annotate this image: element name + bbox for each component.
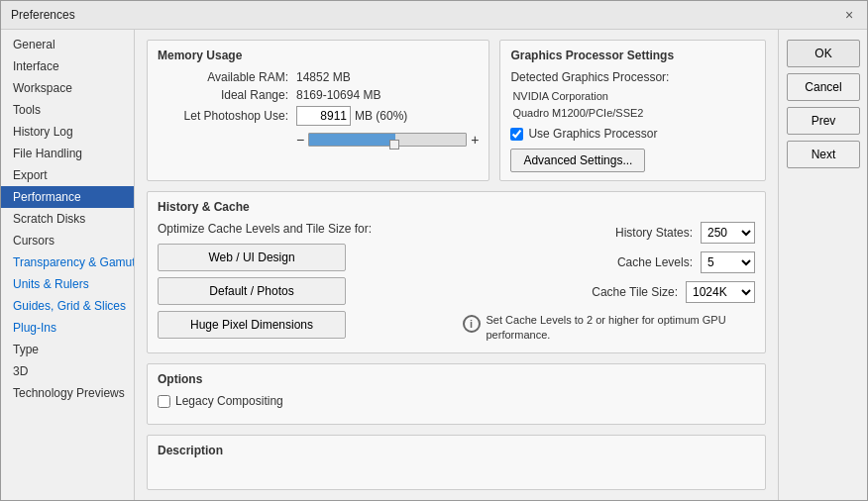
photoshop-use-input[interactable]: [296, 106, 351, 126]
gpu-name: NVIDIA Corporation Quadro M1200/PCIe/SSE…: [510, 88, 755, 121]
history-cache-title: History & Cache: [158, 200, 755, 214]
sidebar-item-guides-grid-slices[interactable]: Guides, Grid & Slices: [1, 295, 134, 317]
use-gpu-checkbox[interactable]: [510, 128, 523, 141]
next-button[interactable]: Next: [787, 141, 860, 168]
memory-slider-row: − +: [296, 132, 479, 148]
options-section: Options Legacy Compositing: [147, 363, 766, 425]
let-photoshop-row: Let Photoshop Use: MB (60%): [158, 106, 479, 126]
ok-button[interactable]: OK: [787, 40, 860, 67]
cache-levels-row: Cache Levels: 5 2 4 8: [463, 251, 756, 273]
preferences-dialog: Preferences × General Interface Workspac…: [0, 0, 868, 501]
use-gpu-label[interactable]: Use Graphics Processor: [528, 127, 657, 141]
cache-tile-label: Cache Tile Size:: [579, 285, 678, 299]
advanced-settings-button[interactable]: Advanced Settings...: [510, 149, 645, 172]
info-icon: i: [463, 315, 481, 333]
history-states-row: History States: 250 100 50 20: [463, 222, 756, 244]
web-ui-design-button[interactable]: Web / UI Design: [158, 244, 346, 271]
available-ram-value: 14852 MB: [296, 70, 351, 84]
top-row: Memory Usage Available RAM: 14852 MB Ide…: [147, 40, 766, 181]
dialog-title: Preferences: [11, 8, 75, 22]
sidebar-item-workspace[interactable]: Workspace: [1, 77, 134, 99]
main-content: Memory Usage Available RAM: 14852 MB Ide…: [135, 30, 778, 500]
ideal-range-row: Ideal Range: 8169-10694 MB: [158, 88, 479, 102]
hc-right: History States: 250 100 50 20 Cache Leve…: [463, 222, 756, 345]
description-title: Description: [158, 444, 755, 457]
available-ram-label: Available RAM:: [158, 70, 296, 84]
dialog-body: General Interface Workspace Tools Histor…: [1, 30, 867, 500]
sidebar-item-type[interactable]: Type: [1, 339, 134, 360]
huge-pixel-button[interactable]: Huge Pixel Dimensions: [158, 311, 346, 339]
available-ram-row: Available RAM: 14852 MB: [158, 70, 479, 84]
sidebar-item-file-handling[interactable]: File Handling: [1, 143, 134, 164]
graphics-section: Graphics Processor Settings Detected Gra…: [499, 40, 766, 181]
cache-levels-select[interactable]: 5 2 4 8: [701, 251, 755, 273]
sidebar-item-transparency-gamut[interactable]: Transparency & Gamut: [1, 251, 134, 273]
ideal-range-label: Ideal Range:: [158, 88, 296, 102]
gpu-line2: Quadro M1200/PCIe/SSE2: [512, 107, 643, 119]
description-section: Description: [147, 435, 766, 490]
memory-slider[interactable]: [308, 133, 467, 147]
gpu-note: i Set Cache Levels to 2 or higher for op…: [463, 313, 756, 344]
close-button[interactable]: ×: [841, 7, 857, 23]
sidebar-item-3d[interactable]: 3D: [1, 360, 134, 382]
sidebar-item-scratch-disks[interactable]: Scratch Disks: [1, 208, 134, 230]
memory-section-title: Memory Usage: [158, 49, 479, 62]
slider-plus-icon[interactable]: +: [471, 132, 479, 148]
sidebar-item-plug-ins[interactable]: Plug-Ins: [1, 317, 134, 339]
slider-minus-icon[interactable]: −: [296, 133, 304, 147]
sidebar-item-cursors[interactable]: Cursors: [1, 230, 134, 251]
cancel-button[interactable]: Cancel: [787, 73, 860, 101]
title-bar: Preferences ×: [1, 1, 867, 30]
gpu-note-text: Set Cache Levels to 2 or higher for opti…: [487, 313, 756, 344]
history-cache-section: History & Cache Optimize Cache Levels an…: [147, 191, 766, 353]
sidebar-item-history-log[interactable]: History Log: [1, 121, 134, 143]
hc-left: Optimize Cache Levels and Tile Size for:…: [158, 222, 451, 345]
cache-tile-select[interactable]: 1024K 128K 256K 512K 2048K: [686, 281, 755, 303]
legacy-compositing-row: Legacy Compositing: [158, 394, 755, 408]
history-states-select[interactable]: 250 100 50 20: [701, 222, 755, 244]
default-photos-button[interactable]: Default / Photos: [158, 277, 346, 305]
legacy-compositing-checkbox[interactable]: [158, 395, 170, 408]
prev-button[interactable]: Prev: [787, 107, 860, 135]
memory-section: Memory Usage Available RAM: 14852 MB Ide…: [147, 40, 489, 181]
use-gpu-row: Use Graphics Processor: [510, 127, 755, 141]
slider-thumb: [389, 140, 399, 150]
gpu-line1: NVIDIA Corporation: [512, 90, 608, 102]
cache-tile-row: Cache Tile Size: 1024K 128K 256K 512K 20…: [463, 281, 756, 303]
sidebar-item-interface[interactable]: Interface: [1, 55, 134, 77]
sidebar-item-general[interactable]: General: [1, 34, 134, 55]
options-title: Options: [158, 372, 755, 386]
button-panel: OK Cancel Prev Next: [778, 30, 867, 500]
ideal-range-value: 8169-10694 MB: [296, 88, 380, 102]
history-states-label: History States:: [594, 226, 693, 240]
let-photoshop-label: Let Photoshop Use:: [158, 109, 296, 123]
sidebar-item-tech-previews[interactable]: Technology Previews: [1, 382, 134, 404]
detected-gpu-label: Detected Graphics Processor:: [510, 70, 755, 84]
sidebar: General Interface Workspace Tools Histor…: [1, 30, 135, 500]
legacy-compositing-label[interactable]: Legacy Compositing: [175, 394, 283, 408]
optimize-label: Optimize Cache Levels and Tile Size for:: [158, 222, 451, 236]
sidebar-item-units-rulers[interactable]: Units & Rulers: [1, 273, 134, 295]
history-cache-body: Optimize Cache Levels and Tile Size for:…: [158, 222, 755, 345]
sidebar-item-export[interactable]: Export: [1, 164, 134, 186]
sidebar-item-performance[interactable]: Performance: [1, 186, 134, 208]
memory-unit: MB (60%): [355, 109, 407, 123]
sidebar-item-tools[interactable]: Tools: [1, 99, 134, 121]
graphics-section-title: Graphics Processor Settings: [510, 49, 755, 62]
cache-levels-label: Cache Levels:: [594, 255, 693, 269]
